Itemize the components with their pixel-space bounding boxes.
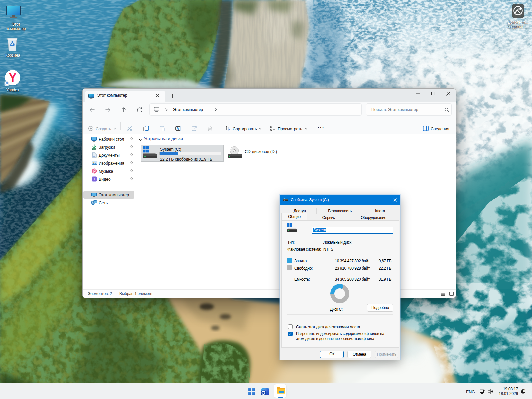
svg-text:z: z xyxy=(524,389,525,391)
svg-text:Y: Y xyxy=(9,71,17,84)
svg-text:A: A xyxy=(176,127,179,130)
